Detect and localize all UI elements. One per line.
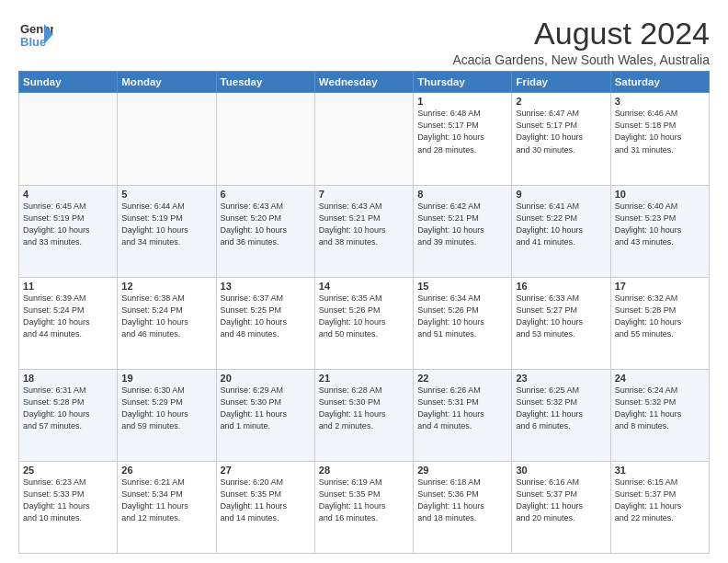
calendar-cell [19,93,118,185]
day-header-friday: Friday [512,72,610,93]
logo-icon: General Blue [18,17,53,52]
calendar-week-5: 25Sunrise: 6:23 AM Sunset: 5:33 PM Dayli… [19,461,710,553]
day-header-tuesday: Tuesday [216,72,314,93]
calendar-week-2: 4Sunrise: 6:45 AM Sunset: 5:19 PM Daylig… [19,185,710,277]
calendar-cell: 14Sunrise: 6:35 AM Sunset: 5:26 PM Dayli… [314,277,413,369]
title-block: August 2024 Acacia Gardens, New South Wa… [72,17,710,67]
calendar-cell: 18Sunrise: 6:31 AM Sunset: 5:28 PM Dayli… [19,369,118,461]
day-detail: Sunrise: 6:16 AM Sunset: 5:37 PM Dayligh… [516,477,606,524]
header: General Blue August 2024 Acacia Gardens,… [18,17,710,67]
day-number: 12 [121,281,211,292]
day-number: 1 [417,96,507,107]
day-detail: Sunrise: 6:44 AM Sunset: 5:19 PM Dayligh… [121,201,211,248]
day-number: 24 [615,373,705,384]
page: General Blue August 2024 Acacia Gardens,… [0,0,728,563]
calendar-week-3: 11Sunrise: 6:39 AM Sunset: 5:24 PM Dayli… [19,277,710,369]
day-detail: Sunrise: 6:35 AM Sunset: 5:26 PM Dayligh… [319,293,409,340]
day-number: 8 [417,189,507,200]
calendar-cell [118,93,216,185]
day-detail: Sunrise: 6:43 AM Sunset: 5:20 PM Dayligh… [221,201,311,248]
calendar-cell: 26Sunrise: 6:21 AM Sunset: 5:34 PM Dayli… [118,461,216,553]
day-detail: Sunrise: 6:28 AM Sunset: 5:30 PM Dayligh… [319,385,409,432]
day-detail: Sunrise: 6:20 AM Sunset: 5:35 PM Dayligh… [221,477,311,524]
day-number: 25 [23,465,113,476]
day-detail: Sunrise: 6:46 AM Sunset: 5:18 PM Dayligh… [615,108,705,155]
day-number: 31 [615,465,705,476]
day-header-wednesday: Wednesday [314,72,413,93]
calendar-cell: 2Sunrise: 6:47 AM Sunset: 5:17 PM Daylig… [512,93,610,185]
day-number: 4 [23,189,113,200]
day-detail: Sunrise: 6:39 AM Sunset: 5:24 PM Dayligh… [23,293,113,340]
day-number: 26 [121,465,211,476]
day-number: 3 [615,96,705,107]
calendar-cell: 29Sunrise: 6:18 AM Sunset: 5:36 PM Dayli… [414,461,512,553]
calendar-cell: 7Sunrise: 6:43 AM Sunset: 5:21 PM Daylig… [314,185,413,277]
day-number: 10 [615,189,705,200]
svg-text:Blue: Blue [20,35,46,49]
logo: General Blue [18,17,53,55]
calendar-table: SundayMondayTuesdayWednesdayThursdayFrid… [18,71,710,554]
day-header-monday: Monday [118,72,216,93]
day-detail: Sunrise: 6:24 AM Sunset: 5:32 PM Dayligh… [615,385,705,432]
day-number: 9 [516,189,606,200]
calendar-cell: 6Sunrise: 6:43 AM Sunset: 5:20 PM Daylig… [216,185,314,277]
day-detail: Sunrise: 6:40 AM Sunset: 5:23 PM Dayligh… [615,201,705,248]
calendar-week-1: 1Sunrise: 6:48 AM Sunset: 5:17 PM Daylig… [19,93,710,185]
day-detail: Sunrise: 6:34 AM Sunset: 5:26 PM Dayligh… [417,293,507,340]
calendar-cell: 25Sunrise: 6:23 AM Sunset: 5:33 PM Dayli… [19,461,118,553]
calendar-cell: 20Sunrise: 6:29 AM Sunset: 5:30 PM Dayli… [216,369,314,461]
day-detail: Sunrise: 6:38 AM Sunset: 5:24 PM Dayligh… [121,293,211,340]
day-number: 11 [23,281,113,292]
calendar-cell [314,93,413,185]
subtitle: Acacia Gardens, New South Wales, Austral… [72,52,710,67]
day-detail: Sunrise: 6:26 AM Sunset: 5:31 PM Dayligh… [417,385,507,432]
day-number: 30 [516,465,606,476]
calendar-cell: 30Sunrise: 6:16 AM Sunset: 5:37 PM Dayli… [512,461,610,553]
calendar-cell: 15Sunrise: 6:34 AM Sunset: 5:26 PM Dayli… [414,277,512,369]
calendar-cell: 31Sunrise: 6:15 AM Sunset: 5:37 PM Dayli… [610,461,709,553]
day-detail: Sunrise: 6:31 AM Sunset: 5:28 PM Dayligh… [23,385,113,432]
calendar-cell [216,93,314,185]
calendar-cell: 16Sunrise: 6:33 AM Sunset: 5:27 PM Dayli… [512,277,610,369]
day-header-sunday: Sunday [19,72,118,93]
calendar-cell: 27Sunrise: 6:20 AM Sunset: 5:35 PM Dayli… [216,461,314,553]
day-number: 18 [23,373,113,384]
day-detail: Sunrise: 6:48 AM Sunset: 5:17 PM Dayligh… [417,108,507,155]
day-number: 15 [417,281,507,292]
calendar-cell: 24Sunrise: 6:24 AM Sunset: 5:32 PM Dayli… [610,369,709,461]
day-number: 22 [417,373,507,384]
calendar-cell: 23Sunrise: 6:25 AM Sunset: 5:32 PM Dayli… [512,369,610,461]
day-number: 5 [121,189,211,200]
day-detail: Sunrise: 6:37 AM Sunset: 5:25 PM Dayligh… [221,293,311,340]
calendar-week-4: 18Sunrise: 6:31 AM Sunset: 5:28 PM Dayli… [19,369,710,461]
calendar-cell: 21Sunrise: 6:28 AM Sunset: 5:30 PM Dayli… [314,369,413,461]
calendar-cell: 4Sunrise: 6:45 AM Sunset: 5:19 PM Daylig… [19,185,118,277]
calendar-cell: 19Sunrise: 6:30 AM Sunset: 5:29 PM Dayli… [118,369,216,461]
day-number: 28 [319,465,409,476]
calendar-cell: 17Sunrise: 6:32 AM Sunset: 5:28 PM Dayli… [610,277,709,369]
day-number: 29 [417,465,507,476]
calendar-cell: 13Sunrise: 6:37 AM Sunset: 5:25 PM Dayli… [216,277,314,369]
day-number: 27 [221,465,311,476]
calendar-cell: 3Sunrise: 6:46 AM Sunset: 5:18 PM Daylig… [610,93,709,185]
day-detail: Sunrise: 6:21 AM Sunset: 5:34 PM Dayligh… [121,477,211,524]
day-detail: Sunrise: 6:19 AM Sunset: 5:35 PM Dayligh… [319,477,409,524]
day-detail: Sunrise: 6:23 AM Sunset: 5:33 PM Dayligh… [23,477,113,524]
calendar-cell: 1Sunrise: 6:48 AM Sunset: 5:17 PM Daylig… [414,93,512,185]
day-number: 7 [319,189,409,200]
day-detail: Sunrise: 6:45 AM Sunset: 5:19 PM Dayligh… [23,201,113,248]
day-detail: Sunrise: 6:15 AM Sunset: 5:37 PM Dayligh… [615,477,705,524]
day-number: 16 [516,281,606,292]
calendar-cell: 12Sunrise: 6:38 AM Sunset: 5:24 PM Dayli… [118,277,216,369]
day-detail: Sunrise: 6:47 AM Sunset: 5:17 PM Dayligh… [516,108,606,155]
day-detail: Sunrise: 6:29 AM Sunset: 5:30 PM Dayligh… [221,385,311,432]
calendar-cell: 8Sunrise: 6:42 AM Sunset: 5:21 PM Daylig… [414,185,512,277]
day-detail: Sunrise: 6:18 AM Sunset: 5:36 PM Dayligh… [417,477,507,524]
day-header-saturday: Saturday [610,72,709,93]
calendar-cell: 22Sunrise: 6:26 AM Sunset: 5:31 PM Dayli… [414,369,512,461]
calendar-cell: 11Sunrise: 6:39 AM Sunset: 5:24 PM Dayli… [19,277,118,369]
day-number: 6 [221,189,311,200]
day-number: 19 [121,373,211,384]
day-detail: Sunrise: 6:25 AM Sunset: 5:32 PM Dayligh… [516,385,606,432]
day-number: 21 [319,373,409,384]
